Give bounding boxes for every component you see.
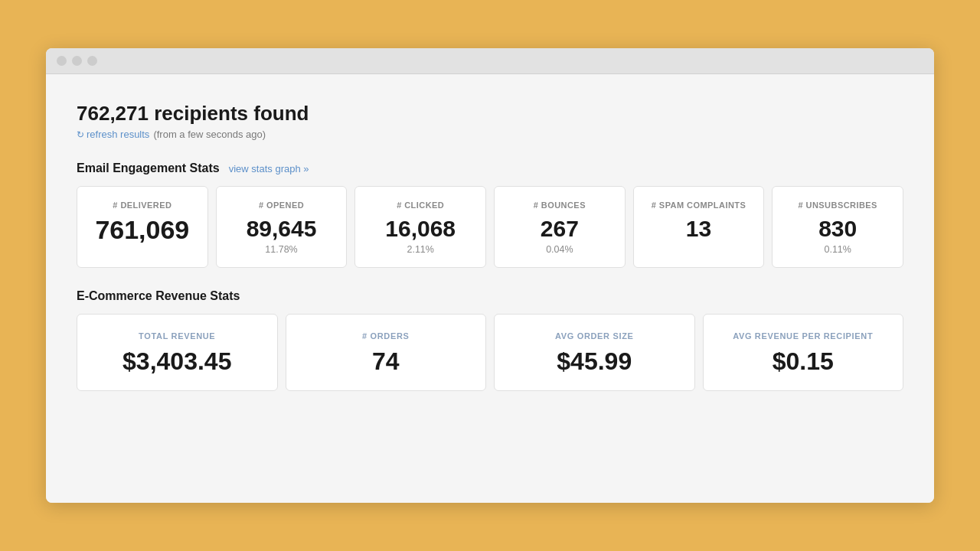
- ecommerce-card-avg-order: AVG ORDER SIZE $45.99: [494, 314, 695, 391]
- stat-value-opened: 89,645: [247, 216, 317, 241]
- browser-window: 762,271 recipients found ↻ refresh resul…: [46, 48, 934, 503]
- ecommerce-value-revenue: $3,403.45: [122, 348, 231, 375]
- stat-percent-opened: 11.78%: [265, 244, 297, 255]
- email-section-title: Email Engagement Stats: [77, 161, 220, 175]
- refresh-link[interactable]: ↻ refresh results: [77, 129, 149, 140]
- ecommerce-card-orders: # ORDERS 74: [286, 314, 487, 391]
- traffic-light-close[interactable]: [57, 56, 67, 66]
- stat-card-spam: # SPAM COMPLAINTS 13: [633, 186, 765, 268]
- browser-titlebar: [46, 48, 934, 74]
- ecommerce-grid: TOTAL REVENUE $3,403.45 # ORDERS 74 AVG …: [77, 314, 903, 391]
- stat-percent-clicked: 2.11%: [407, 244, 433, 255]
- ecommerce-card-avg-revenue: AVG REVENUE PER RECIPIENT $0.15: [703, 314, 904, 391]
- ecommerce-section-title: E-Commerce Revenue Stats: [77, 289, 240, 303]
- stat-label-delivered: # DELIVERED: [113, 201, 172, 210]
- stat-value-delivered: 761,069: [95, 216, 189, 244]
- stat-card-unsubscribes: # UNSUBSCRIBES 830 0.11%: [772, 186, 903, 268]
- refresh-icon: ↻: [77, 129, 84, 140]
- ecommerce-value-orders: 74: [372, 348, 400, 375]
- refresh-time: (from a few seconds ago): [153, 129, 266, 140]
- stat-label-bounces: # BOUNCES: [534, 201, 586, 210]
- stat-percent-bounces: 0.04%: [546, 244, 573, 255]
- stat-card-delivered: # DELIVERED 761,069: [77, 186, 208, 268]
- stat-value-unsubscribes: 830: [818, 216, 857, 241]
- ecommerce-label-revenue: TOTAL REVENUE: [139, 331, 215, 341]
- ecommerce-card-revenue: TOTAL REVENUE $3,403.45: [77, 314, 278, 391]
- stat-card-bounces: # BOUNCES 267 0.04%: [494, 186, 626, 268]
- ecommerce-label-avg-revenue: AVG REVENUE PER RECIPIENT: [733, 331, 873, 341]
- email-stats-grid: # DELIVERED 761,069 # OPENED 89,645 11.7…: [77, 186, 903, 268]
- ecommerce-label-avg-order: AVG ORDER SIZE: [555, 331, 634, 341]
- stat-label-clicked: # CLICKED: [397, 201, 444, 210]
- traffic-light-maximize[interactable]: [87, 56, 97, 66]
- view-graph-link[interactable]: view stats graph »: [229, 163, 309, 174]
- ecommerce-value-avg-order: $45.99: [557, 348, 632, 375]
- stat-label-unsubscribes: # UNSUBSCRIBES: [799, 201, 877, 210]
- stat-card-clicked: # CLICKED 16,068 2.11%: [354, 186, 486, 268]
- email-section-header: Email Engagement Stats view stats graph …: [77, 161, 903, 175]
- refresh-row: ↻ refresh results (from a few seconds ag…: [77, 129, 903, 140]
- stat-value-bounces: 267: [541, 216, 579, 241]
- stat-label-spam: # SPAM COMPLAINTS: [652, 201, 746, 210]
- stat-label-opened: # OPENED: [259, 201, 304, 210]
- ecommerce-section-header: E-Commerce Revenue Stats: [77, 289, 903, 303]
- ecommerce-label-orders: # ORDERS: [362, 331, 410, 341]
- ecommerce-value-avg-revenue: $0.15: [773, 348, 834, 375]
- stat-card-opened: # OPENED 89,645 11.78%: [216, 186, 348, 268]
- refresh-label: refresh results: [87, 129, 149, 140]
- recipients-title: 762,271 recipients found: [77, 102, 903, 126]
- stat-value-spam: 13: [686, 216, 711, 241]
- stat-value-clicked: 16,068: [385, 216, 456, 241]
- browser-content: 762,271 recipients found ↻ refresh resul…: [46, 74, 934, 503]
- traffic-light-minimize[interactable]: [72, 56, 82, 66]
- stat-percent-unsubscribes: 0.11%: [824, 244, 851, 255]
